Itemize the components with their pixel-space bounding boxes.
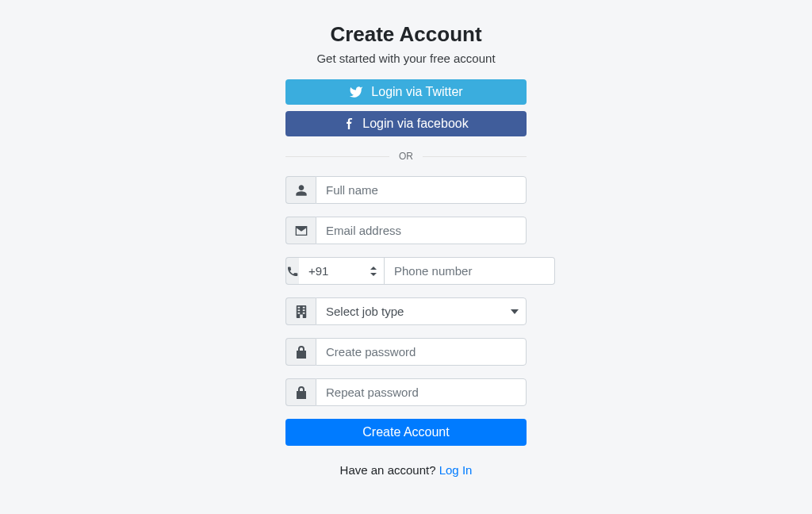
footer-text: Have an account? Log In xyxy=(271,463,541,477)
signup-card: Create Account Get started with your fre… xyxy=(271,22,541,514)
job-type-wrap: Select job type xyxy=(316,297,527,325)
lock-icon xyxy=(285,378,316,406)
envelope-icon xyxy=(285,217,316,244)
svg-rect-4 xyxy=(302,306,304,308)
repeat-password-input[interactable] xyxy=(316,378,527,406)
lock-icon xyxy=(285,338,316,366)
divider-line-left xyxy=(285,156,389,157)
create-account-button[interactable]: Create Account xyxy=(285,419,527,446)
svg-rect-2 xyxy=(297,309,300,311)
full-name-input[interactable] xyxy=(316,176,527,204)
create-password-group xyxy=(285,338,527,366)
login-twitter-button[interactable]: Login via Twitter xyxy=(285,79,527,105)
facebook-icon xyxy=(343,117,354,131)
login-link[interactable]: Log In xyxy=(439,463,473,477)
phone-icon xyxy=(285,257,299,285)
svg-rect-6 xyxy=(302,312,304,313)
email-group xyxy=(285,217,527,244)
user-icon xyxy=(285,176,316,204)
phone-input[interactable] xyxy=(385,257,555,285)
login-facebook-button[interactable]: Login via facebook xyxy=(285,111,527,136)
twitter-icon xyxy=(349,85,363,99)
svg-rect-5 xyxy=(302,309,304,311)
phone-group: +91 xyxy=(285,257,527,285)
svg-rect-3 xyxy=(297,312,300,313)
divider: OR xyxy=(285,151,527,162)
footer-prefix: Have an account? xyxy=(340,463,439,477)
repeat-password-group xyxy=(285,378,527,406)
country-code-select[interactable]: +91 xyxy=(299,257,385,285)
email-input[interactable] xyxy=(316,217,527,244)
job-type-select[interactable]: Select job type xyxy=(316,297,527,325)
full-name-group xyxy=(285,176,527,204)
svg-rect-1 xyxy=(297,306,300,308)
page-title: Create Account xyxy=(271,22,541,47)
divider-line-right xyxy=(423,156,527,157)
page-subtitle: Get started with your free account xyxy=(271,52,541,65)
create-password-input[interactable] xyxy=(316,338,527,366)
svg-rect-7 xyxy=(300,314,303,317)
divider-text: OR xyxy=(389,151,423,162)
building-icon xyxy=(285,297,316,325)
country-code-wrap: +91 xyxy=(299,257,385,285)
login-twitter-label: Login via Twitter xyxy=(371,85,462,99)
job-type-group: Select job type xyxy=(285,297,527,325)
login-facebook-label: Login via facebook xyxy=(362,117,468,131)
